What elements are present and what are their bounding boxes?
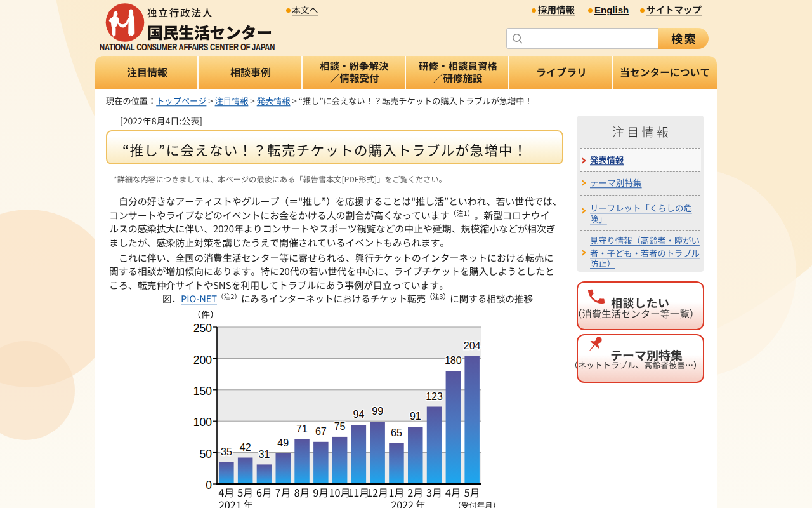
svg-text:100: 100 [193, 416, 212, 429]
svg-text:42: 42 [240, 442, 251, 453]
svg-text:204: 204 [464, 340, 481, 351]
svg-text:180: 180 [445, 355, 462, 366]
svg-text:65: 65 [391, 427, 402, 438]
svg-text:71: 71 [296, 424, 308, 434]
svg-text:150: 150 [193, 385, 212, 398]
svg-text:123: 123 [426, 391, 443, 402]
svg-text:91: 91 [410, 411, 421, 422]
svg-text:50: 50 [200, 448, 213, 460]
svg-text:67: 67 [315, 426, 327, 437]
svg-text:75: 75 [334, 421, 346, 432]
svg-text:99: 99 [372, 406, 383, 417]
svg-text:31: 31 [259, 449, 270, 460]
svg-text:250: 250 [193, 322, 212, 335]
svg-text:94: 94 [353, 409, 365, 420]
svg-text:49: 49 [277, 438, 289, 448]
svg-text:35: 35 [221, 446, 232, 457]
svg-text:0: 0 [206, 479, 212, 491]
svg-text:200: 200 [193, 354, 212, 366]
